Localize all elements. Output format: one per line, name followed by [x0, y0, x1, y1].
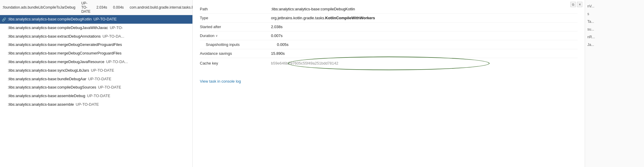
main-container: :foundation.ads.bundleLibCompileToJarDeb…: [0, 0, 644, 167]
header-dur2: 0.004s: [113, 5, 124, 9]
close-button[interactable]: ✕: [577, 2, 582, 7]
view-console-link[interactable]: View task in console log: [200, 79, 241, 84]
type-value-prefix: org.jetbrains.kotlin.gradle.tasks.: [271, 16, 325, 20]
task-item[interactable]: :libs:analytics:analytics-base:mergeDebu…: [0, 41, 192, 49]
task-name: :libs:analytics:analytics-base:mergeDebu…: [8, 59, 104, 65]
duration-expandable[interactable]: Duration ∨: [200, 33, 271, 38]
header-dur1: 2.034s: [96, 5, 107, 9]
task-item[interactable]: :libs:analytics:analytics-base:mergeDebu…: [0, 58, 192, 66]
started-after-value: 2.038s: [271, 25, 578, 29]
path-value: :libs:analytics:analytics-base:compileDe…: [271, 7, 578, 11]
started-after-label: Started after: [200, 25, 271, 29]
avoidance-value: 15.890s: [271, 51, 578, 56]
task-status: UP-TO-DA...: [106, 59, 128, 65]
view-link-container: View task in console log: [200, 74, 578, 84]
started-after-row: Started after 2.038s: [200, 23, 578, 31]
task-status: UP-TO-DATE: [88, 76, 111, 82]
snapshotting-row: Snapshotting inputs 0.005s: [200, 40, 578, 49]
cache-key-value: b59e646b297605c55f49a251bdd78142: [271, 61, 578, 65]
task-name: :libs:analytics:analytics-base:mergeDebu…: [8, 50, 122, 57]
task-name: :libs:analytics:analytics-base:mergeDebu…: [8, 42, 122, 48]
task-item[interactable]: :libs:analytics:analytics-base:compileDe…: [0, 24, 192, 32]
header-row: :foundation.ads.bundleLibCompileToJarDeb…: [0, 0, 192, 15]
task-list: 🔗:libs:analytics:analytics-base:compileD…: [0, 15, 192, 109]
type-label: Type: [200, 16, 271, 20]
task-status: UP-TO-DATE: [93, 16, 117, 23]
task-name: :libs:analytics:analytics-base:compileDe…: [8, 84, 96, 91]
far-right-row: Ja...: [587, 41, 642, 49]
path-label: Path: [200, 7, 271, 11]
task-name: :libs:analytics:analytics-base:syncDebug…: [8, 68, 89, 74]
duration-value: 0.007s: [271, 33, 578, 38]
far-right-row: Ta...: [587, 18, 642, 25]
task-name: :libs:analytics:analytics-base:assembleD…: [8, 93, 85, 99]
snapshotting-label: Snapshotting inputs: [206, 42, 277, 47]
duration-row: Duration ∨ 0.007s: [200, 31, 578, 40]
avoidance-row: Avoidance savings 15.890s: [200, 49, 578, 58]
task-status: UP-TO-DATE: [76, 102, 99, 108]
avoidance-label: Avoidance savings: [200, 51, 271, 56]
task-list-panel: :foundation.ads.bundleLibCompileToJarDeb…: [0, 0, 193, 167]
task-status: UP-TO-DATE: [87, 93, 110, 99]
task-item[interactable]: :libs:analytics:analytics-base:assembleU…: [0, 100, 192, 109]
far-right-panel: nV...sTa...su...nR...Ja...: [585, 0, 644, 167]
task-item[interactable]: :libs:analytics:analytics-base:extractDe…: [0, 32, 192, 41]
task-status: UP-TO-DATE: [98, 84, 121, 91]
task-name: :libs:analytics:analytics-base:extractDe…: [8, 33, 101, 40]
task-name: :libs:analytics:analytics-base:compileDe…: [8, 16, 92, 23]
chevron-down-icon: ∨: [216, 34, 218, 37]
duration-text: Duration: [200, 33, 214, 38]
detail-panel: ⧉ ✕ Path :libs:analytics:analytics-base:…: [193, 0, 585, 167]
far-right-row: nR...: [587, 33, 642, 41]
snapshotting-value: 0.005s: [277, 42, 578, 47]
task-item[interactable]: 🔗:libs:analytics:analytics-base:compileD…: [0, 15, 192, 24]
type-value-bold: KotlinCompileWithWorkers: [325, 16, 375, 20]
restore-button[interactable]: ⧉: [570, 2, 576, 7]
task-status: UP-TO-DATE: [91, 68, 114, 74]
far-right-row: s: [587, 10, 642, 18]
header-task-name: :foundation.ads.bundleLibCompileToJarDeb…: [2, 5, 75, 9]
header-status: UP-TO-DATE: [81, 1, 90, 14]
task-item[interactable]: :libs:analytics:analytics-base:bundleDeb…: [0, 75, 192, 84]
duration-label-cell: Duration ∨: [200, 33, 271, 38]
far-right-row: su...: [587, 25, 642, 33]
task-status: UP-TO-DA...: [103, 33, 124, 40]
task-status: UP-TO-: [110, 25, 123, 31]
task-item[interactable]: :libs:analytics:analytics-base:syncDebug…: [0, 66, 192, 75]
far-right-row: nV...: [587, 2, 642, 10]
task-item[interactable]: :libs:analytics:analytics-base:assembleD…: [0, 92, 192, 100]
task-item[interactable]: :libs:analytics:analytics-base:compileDe…: [0, 83, 192, 92]
window-controls: ⧉ ✕: [570, 2, 582, 7]
link-icon: 🔗: [2, 17, 7, 22]
type-row: Type org.jetbrains.kotlin.gradle.tasks.K…: [200, 14, 578, 23]
cache-key-row: Cache key b59e646b297605c55f49a251bdd781…: [200, 58, 578, 68]
task-name: :libs:analytics:analytics-base:assemble: [8, 102, 74, 108]
type-value: org.jetbrains.kotlin.gradle.tasks.Kotlin…: [271, 16, 578, 20]
cache-key-label: Cache key: [200, 61, 271, 65]
task-item[interactable]: :libs:analytics:analytics-base:mergeDebu…: [0, 49, 192, 58]
header-extra: com.android.build.gradle.internal.tasks.…: [130, 5, 193, 9]
task-name: :libs:analytics:analytics-base:compileDe…: [8, 25, 108, 31]
detail-table: Path :libs:analytics:analytics-base:comp…: [200, 5, 578, 68]
task-name: :libs:analytics:analytics-base:bundleDeb…: [8, 76, 86, 82]
path-row: Path :libs:analytics:analytics-base:comp…: [200, 5, 578, 14]
